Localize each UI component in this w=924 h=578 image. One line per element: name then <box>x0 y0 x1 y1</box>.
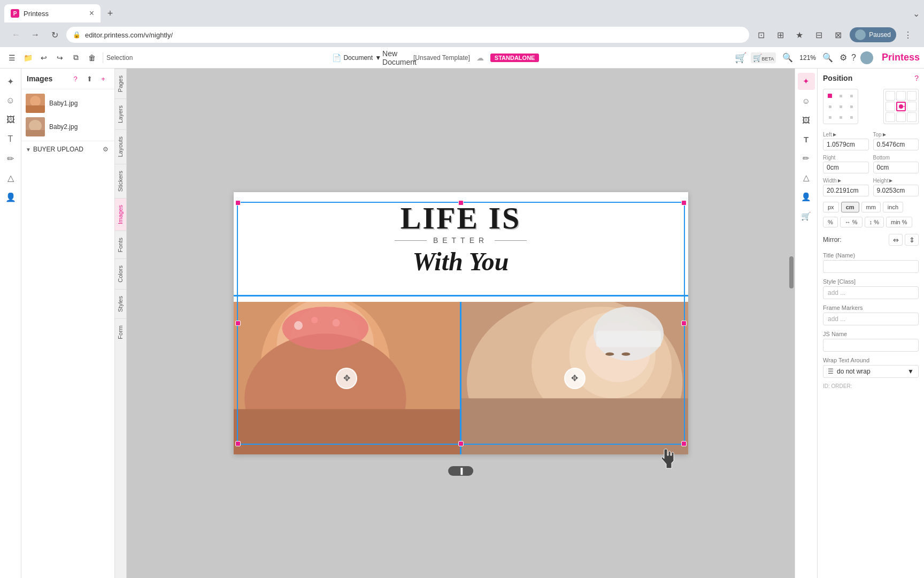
bookmark-icon[interactable]: ★ <box>792 27 807 42</box>
vtab-colors[interactable]: Colors <box>115 258 126 289</box>
delete-button[interactable]: 🗑 <box>84 50 99 65</box>
tool-image-button[interactable]: 🖼 <box>2 111 19 128</box>
align-tl[interactable] <box>825 91 835 101</box>
mirror-horizontal-button[interactable]: ⇔ <box>889 234 903 246</box>
cart-tool-button[interactable]: 🛒 <box>798 208 815 225</box>
undo-button[interactable]: ↩ <box>36 50 51 65</box>
right-input[interactable] <box>823 162 869 173</box>
new-tab-button[interactable]: + <box>103 6 118 21</box>
top-expand-icon[interactable]: ▶ <box>883 132 886 137</box>
address-bar[interactable]: 🔒 editor.printess.com/v/nightly/ <box>66 27 749 43</box>
images-help-icon[interactable]: ? <box>70 73 81 85</box>
cart2-icon[interactable]: 🛒BETA <box>751 52 776 63</box>
document-button[interactable]: 📄 Document ▼ <box>328 51 386 64</box>
redo-button[interactable]: ↪ <box>52 50 67 65</box>
tool-faces-button[interactable]: 👤 <box>2 188 19 206</box>
frame-markers-input[interactable] <box>823 313 919 325</box>
zoom-search-icon[interactable]: 🔍 <box>820 50 835 65</box>
vtab-stickers[interactable]: Stickers <box>115 164 126 198</box>
images-add-icon[interactable]: + <box>97 73 109 85</box>
mirror-vertical-button[interactable]: ⇕ <box>905 234 919 246</box>
unit-width-percent-button[interactable]: ↔ % <box>840 217 863 227</box>
bottom-input[interactable] <box>873 162 919 173</box>
save-page-icon[interactable]: ⊟ <box>811 27 826 42</box>
align-sel-tl[interactable] <box>886 91 895 101</box>
extensions-icon[interactable]: ⊞ <box>773 27 788 42</box>
back-button[interactable]: ← <box>9 27 24 42</box>
text-tool-button[interactable]: T <box>798 131 815 148</box>
pen-tool-button[interactable]: ✏ <box>798 150 815 167</box>
tool-emoji-button[interactable]: ☺ <box>2 92 19 109</box>
title-name-input[interactable] <box>823 260 919 273</box>
tab-close-button[interactable]: × <box>89 9 94 18</box>
align-grid-left[interactable] <box>823 89 858 124</box>
photo2-move-icon[interactable]: ✥ <box>564 368 586 389</box>
vtab-form[interactable]: Form <box>115 318 126 346</box>
align-sel-bl[interactable] <box>886 112 895 122</box>
copy-button[interactable]: ⧉ <box>68 50 83 65</box>
emoji-tool-button[interactable]: ☺ <box>798 92 815 109</box>
scroll-indicator[interactable] <box>789 256 794 288</box>
upload-settings-icon[interactable]: ⚙ <box>101 144 110 154</box>
hamburger-menu-button[interactable]: ☰ <box>4 50 19 65</box>
page-nav[interactable]: ▐ <box>448 466 474 476</box>
upload-collapse-icon[interactable]: ▼ <box>26 147 31 153</box>
align-sel-br[interactable] <box>907 112 917 122</box>
image-tool-button[interactable]: 🖼 <box>798 111 815 128</box>
zoom-in-icon[interactable]: 🔍 <box>780 50 795 65</box>
unit-inch-button[interactable]: inch <box>883 202 903 212</box>
profile-button[interactable]: Paused <box>850 27 896 42</box>
height-input[interactable] <box>873 185 919 196</box>
left-expand-icon[interactable]: ▶ <box>833 132 836 137</box>
style-class-input[interactable] <box>823 286 919 299</box>
vtab-images[interactable]: Images <box>115 198 126 231</box>
align-sel-tr[interactable] <box>907 91 917 101</box>
vtab-pages[interactable]: Pages <box>115 69 126 98</box>
unit-percent-button[interactable]: % <box>823 217 838 227</box>
images-upload-icon[interactable]: ⬆ <box>83 73 95 85</box>
tool-draw-button[interactable]: ✏ <box>2 150 19 167</box>
new-document-button[interactable]: New Document <box>392 50 407 65</box>
photo-slot-1[interactable]: ✥ <box>234 302 460 454</box>
vtab-fonts[interactable]: Fonts <box>115 231 126 259</box>
more-menu-icon[interactable]: ⋮ <box>900 27 915 42</box>
align-br[interactable] <box>846 112 856 122</box>
top-input[interactable] <box>873 139 919 150</box>
vtab-layouts[interactable]: Layouts <box>115 130 126 164</box>
tool-select-button[interactable]: ✦ <box>2 73 19 90</box>
unit-height-percent-button[interactable]: ↕ % <box>865 217 884 227</box>
align-grid-right[interactable] <box>883 89 919 124</box>
canvas-area[interactable]: LIFE IS BETTER With You <box>127 69 795 578</box>
vtab-styles[interactable]: Styles <box>115 289 126 318</box>
align-bl[interactable] <box>825 112 835 122</box>
photo-slot-2[interactable]: ✥ <box>460 302 688 454</box>
canvas-document[interactable]: LIFE IS BETTER With You <box>234 192 688 454</box>
align-sel-ml[interactable] <box>886 102 895 111</box>
cast-icon[interactable]: ⊠ <box>830 27 845 42</box>
cart1-icon[interactable]: 🛒 <box>735 52 746 64</box>
user-avatar[interactable] <box>860 51 873 64</box>
user-tool-button[interactable]: 👤 <box>798 188 815 206</box>
align-sel-mc-active[interactable] <box>896 102 906 111</box>
unit-px-button[interactable]: px <box>823 202 839 212</box>
image-item-baby1[interactable]: Baby1.jpg <box>24 92 112 115</box>
tab-overflow-button[interactable]: ⌄ <box>913 9 920 19</box>
width-input[interactable] <box>823 185 869 196</box>
browser-tab[interactable]: P Printess × <box>4 4 101 22</box>
js-name-input[interactable] <box>823 339 919 352</box>
forward-button[interactable]: → <box>28 27 43 42</box>
align-tr[interactable] <box>846 91 856 101</box>
screenshot-icon[interactable]: ⊡ <box>753 27 768 42</box>
align-mc[interactable] <box>836 102 845 111</box>
unit-min-percent-button[interactable]: min % <box>886 217 912 227</box>
shape-tool-button[interactable]: △ <box>798 169 815 186</box>
photo1-move-icon[interactable]: ✥ <box>336 368 357 389</box>
align-sel-bc[interactable] <box>896 112 906 122</box>
align-sel-mr[interactable] <box>907 102 917 111</box>
align-tc[interactable] <box>836 91 845 101</box>
align-sel-tc[interactable] <box>896 91 906 101</box>
width-expand-icon[interactable]: ▶ <box>838 178 841 183</box>
align-bc[interactable] <box>836 112 845 122</box>
help-icon[interactable]: ? <box>851 53 856 63</box>
magic-tool-button[interactable]: ✦ <box>798 73 815 90</box>
